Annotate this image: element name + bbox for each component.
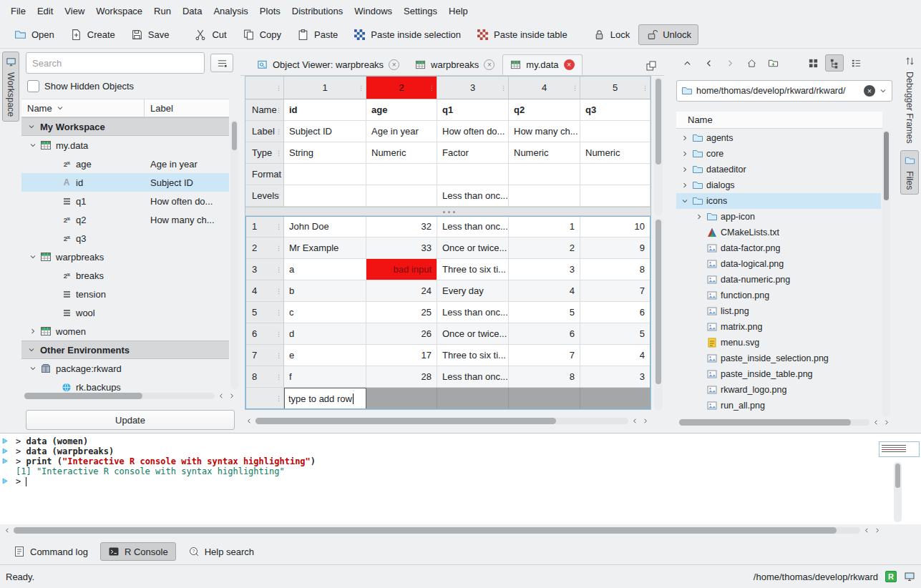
scrollbar-handle[interactable] — [255, 418, 556, 424]
tree-item-wool[interactable]: wool — [21, 303, 229, 322]
menu-settings[interactable]: Settings — [399, 3, 442, 19]
grid-cell[interactable]: 4 — [509, 280, 580, 302]
workspace-toolview-tab[interactable]: Workspace — [2, 52, 19, 122]
menu-file[interactable]: File — [6, 3, 31, 19]
grid-cell[interactable]: 24 — [366, 280, 437, 302]
grid-cell[interactable]: Less than onc... — [437, 366, 509, 388]
menu-view[interactable]: View — [59, 3, 89, 19]
row-header[interactable]: 7 — [245, 345, 284, 366]
r-console-tab[interactable]: R Console — [100, 542, 176, 561]
grid-cell[interactable] — [580, 121, 650, 142]
scroll-right-icon[interactable] — [882, 418, 891, 426]
section-my-workspace[interactable]: My Workspace — [21, 117, 229, 136]
file-tree-item[interactable]: rkward_logo.png — [676, 382, 881, 398]
go-up-button[interactable] — [678, 54, 696, 72]
grid-cell[interactable]: 33 — [366, 237, 437, 259]
new-folder-button[interactable] — [764, 54, 782, 72]
unlock-button[interactable]: Unlock — [638, 24, 698, 45]
column-header[interactable]: 1 — [284, 77, 366, 99]
scrollbar-handle[interactable] — [14, 527, 837, 534]
grid-cell[interactable]: q2 — [509, 99, 580, 121]
scroll-left-icon[interactable] — [630, 417, 639, 425]
scroll-right-icon[interactable] — [873, 526, 882, 534]
meta-row-header[interactable]: Levels — [245, 185, 284, 207]
grid-cell[interactable]: 32 — [366, 216, 437, 237]
grid-cell[interactable]: 6 — [580, 302, 650, 323]
scrollbar-handle[interactable] — [679, 419, 851, 426]
row-header[interactable]: 1 — [245, 216, 284, 237]
grid-cell[interactable] — [437, 164, 509, 185]
column-header-selected[interactable]: 2 — [366, 77, 437, 99]
paste-inside-selection-button[interactable]: Paste inside selection — [346, 24, 468, 45]
grid-cell[interactable]: Three to six ti... — [437, 259, 509, 280]
grid-cell[interactable]: c — [284, 302, 366, 323]
tree-item-q1[interactable]: q1How often do... — [21, 192, 229, 210]
label-column-header[interactable]: Label — [145, 103, 173, 114]
files-toolview-tab[interactable]: Files — [900, 150, 919, 195]
tab-object-viewer-warpbreaks[interactable]: Object Viewer: warpbreaks× — [249, 54, 407, 75]
grid-cell[interactable]: Numeric — [509, 142, 580, 164]
row-header[interactable]: 3 — [245, 259, 284, 280]
grid-cell[interactable]: id — [284, 99, 366, 121]
grid-cell[interactable] — [509, 164, 580, 185]
tree-item-q3[interactable]: q3 — [21, 229, 229, 248]
scroll-left-icon[interactable] — [245, 417, 253, 425]
grid-cell[interactable]: Once or twice... — [437, 237, 509, 259]
grid-cell[interactable]: 26 — [366, 323, 437, 345]
grid-cell[interactable]: Subject ID — [284, 121, 366, 142]
menu-windows[interactable]: Windows — [349, 3, 397, 19]
grid-cell-invalid[interactable]: bad input — [366, 259, 437, 280]
grid-data-vertical-scrollbar[interactable] — [654, 218, 663, 410]
grid-cell[interactable]: Three to six ti... — [437, 345, 509, 366]
chevron-down-icon[interactable] — [29, 253, 37, 261]
chevron-down-icon[interactable] — [29, 141, 37, 150]
go-back-button[interactable] — [699, 54, 718, 72]
chevron-right-icon[interactable] — [681, 165, 689, 174]
detach-window-button[interactable] — [643, 57, 660, 74]
scrollbar-handle[interactable] — [884, 132, 889, 200]
grid-cell[interactable]: 8 — [580, 259, 650, 280]
column-header[interactable]: 4 — [509, 77, 580, 99]
meta-row-header[interactable]: Type — [245, 142, 284, 164]
file-tree-item[interactable]: run_all.png — [676, 398, 881, 413]
grid-cell[interactable]: 7 — [509, 345, 580, 366]
grid-cell[interactable]: 4 — [580, 345, 650, 366]
workspace-vertical-scrollbar[interactable] — [230, 120, 238, 389]
file-tree-item[interactable]: data-factor.png — [676, 240, 881, 256]
command-log-tab[interactable]: Command log — [6, 542, 96, 561]
grid-cell[interactable]: 1 — [509, 216, 580, 237]
row-header[interactable]: 4 — [245, 280, 284, 302]
chevron-down-icon[interactable] — [879, 87, 887, 95]
console-minimap[interactable] — [879, 441, 920, 457]
row-header[interactable]: 8 — [245, 366, 284, 388]
grid-cell[interactable]: 3 — [509, 259, 580, 280]
file-tree-item[interactable]: matrix.png — [676, 319, 881, 335]
tab-mydata[interactable]: my.data× — [502, 54, 582, 75]
debugger-frames-toolview-tab[interactable]: Debugger Frames — [900, 52, 919, 148]
chevron-right-icon[interactable] — [681, 150, 689, 158]
scroll-left-icon[interactable] — [872, 418, 880, 426]
icon-view-button[interactable] — [804, 54, 822, 72]
grid-cell[interactable] — [509, 185, 580, 207]
grid-cell[interactable]: 25 — [366, 302, 437, 323]
tree-item-age[interactable]: ageAge in year — [21, 155, 229, 173]
grid-cell[interactable]: Less than onc... — [437, 185, 509, 207]
grid-cell[interactable]: Mr Example — [284, 237, 366, 259]
file-browser-horizontal-scrollbar[interactable] — [679, 418, 891, 426]
scrollbar-handle[interactable] — [656, 220, 661, 384]
grid-cell[interactable] — [580, 185, 650, 207]
help-search-tab[interactable]: Help search — [180, 542, 262, 561]
grid-header-vertical-scrollbar[interactable] — [654, 77, 663, 215]
file-tree-item[interactable]: list.png — [676, 303, 881, 319]
add-row-edit-cell[interactable]: type to add row — [284, 388, 366, 409]
file-tree-item[interactable]: data-logical.png — [676, 256, 881, 272]
tree-item-warpbreaks[interactable]: warpbreaks — [21, 248, 229, 266]
open-button[interactable]: Open — [7, 24, 62, 45]
file-tree-item[interactable]: CMakeLists.txt — [676, 225, 881, 240]
chevron-down-icon[interactable] — [27, 346, 36, 354]
chevron-down-icon[interactable] — [681, 197, 689, 205]
grid-cell[interactable] — [366, 164, 437, 185]
create-button[interactable]: Create — [63, 24, 122, 45]
grid-pane-splitter[interactable] — [245, 207, 650, 216]
file-tree-folder[interactable]: dataeditor — [676, 162, 881, 177]
